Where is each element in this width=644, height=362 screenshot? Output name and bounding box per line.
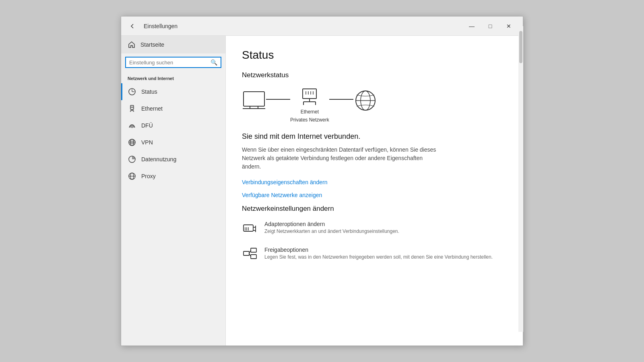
link-verfuegbare-netzwerke[interactable]: Verfügbare Netzwerke anzeigen (242, 192, 507, 198)
change-section-title: Netzwerkeinstellungen ändern (242, 205, 507, 213)
freigabe-desc: Legen Sie fest, was in den Netzwerken fr… (264, 254, 493, 261)
home-label: Startseite (140, 41, 164, 48)
sidebar-item-dfu-label: DFÜ (141, 122, 153, 129)
search-input[interactable] (129, 60, 211, 66)
connected-text: Sie sind mit dem Internet verbunden. (242, 132, 507, 141)
search-icon: 🔍 (211, 59, 217, 66)
scrollbar[interactable] (518, 36, 523, 332)
adapter-optionen-item[interactable]: Adapteroptionen ändern Zeigt Netzwerkkar… (242, 221, 507, 237)
switch-icon (299, 87, 320, 107)
svg-rect-42 (244, 251, 249, 255)
svg-rect-44 (251, 255, 256, 259)
sidebar-item-vpn-label: VPN (141, 139, 153, 146)
info-text: Wenn Sie über einen eingeschränkten Date… (242, 146, 443, 171)
datennutzung-icon (128, 155, 136, 164)
vpn-icon (128, 138, 136, 147)
adapter-icon (242, 221, 258, 237)
sidebar-item-vpn[interactable]: VPN (121, 134, 225, 151)
line-2 (329, 99, 353, 100)
sidebar-section-title: Netzwerk und Internet (121, 71, 225, 83)
back-button[interactable] (126, 20, 139, 33)
adapter-title: Adapteroptionen ändern (264, 221, 399, 227)
network-diagram: Ethernet Privates Netzwerk (242, 87, 507, 123)
window-title: Einstellungen (144, 23, 462, 29)
sidebar: Startseite 🔍 Netzwerk und Internet St (121, 36, 226, 346)
titlebar: Einstellungen — □ ✕ (121, 16, 523, 36)
minimize-button[interactable]: — (462, 20, 481, 33)
sidebar-item-status-label: Status (141, 88, 157, 95)
back-icon (130, 24, 135, 29)
privates-netzwerk-label: Privates Netzwerk (290, 117, 329, 123)
settings-window: Einstellungen — □ ✕ Startseite 🔍 (121, 16, 523, 346)
page-title: Status (242, 49, 507, 62)
sidebar-home[interactable]: Startseite (121, 36, 225, 53)
adapter-desc: Zeigt Netzwerkkarten an und ändert Verbi… (264, 228, 399, 235)
window-controls: — □ ✕ (462, 20, 518, 33)
content-area: Startseite 🔍 Netzwerk und Internet St (121, 36, 523, 346)
sidebar-item-dfu[interactable]: DFÜ (121, 117, 225, 134)
sidebar-item-proxy-label: Proxy (141, 173, 156, 179)
computer-node (242, 91, 266, 119)
internet-node (353, 89, 378, 121)
adapter-item-content: Adapteroptionen ändern Zeigt Netzwerkkar… (264, 221, 399, 235)
link-verbindungseigenschaften[interactable]: Verbindungseigenschaften ändern (242, 179, 507, 185)
svg-rect-23 (303, 89, 316, 99)
ethernet-icon (128, 104, 136, 113)
svg-point-11 (132, 127, 132, 128)
search-box: 🔍 (125, 57, 221, 68)
svg-rect-19 (244, 92, 264, 106)
ethernet-node-label: Ethernet (301, 109, 319, 115)
sidebar-item-proxy[interactable]: Proxy (121, 168, 225, 185)
sidebar-item-datennutzung-label: Datennutzung (141, 156, 176, 162)
line-1 (266, 99, 290, 100)
maximize-button[interactable]: □ (481, 20, 500, 33)
freigabe-title: Freigabeoptionen (264, 247, 493, 253)
network-status-title: Netzwerkstatus (242, 71, 507, 79)
freigabe-icon (242, 247, 258, 263)
freigabe-optionen-item[interactable]: Freigabeoptionen Legen Sie fest, was in … (242, 247, 507, 263)
close-button[interactable]: ✕ (500, 20, 518, 33)
sidebar-item-ethernet[interactable]: Ethernet (121, 100, 225, 117)
scrollbar-thumb[interactable] (519, 36, 522, 63)
home-icon (128, 41, 136, 49)
sidebar-item-datennutzung[interactable]: Datennutzung (121, 151, 225, 168)
ethernet-node: Ethernet Privates Netzwerk (290, 87, 329, 123)
computer-icon (242, 91, 266, 110)
status-icon (128, 87, 136, 96)
dfu-icon (128, 121, 136, 130)
main-content: Status Netzwerkstatus (226, 36, 523, 346)
sidebar-item-status[interactable]: Status (121, 83, 225, 100)
sidebar-item-ethernet-label: Ethernet (141, 105, 163, 112)
svg-rect-43 (251, 248, 256, 252)
freigabe-item-content: Freigabeoptionen Legen Sie fest, was in … (264, 247, 493, 261)
proxy-icon (128, 172, 136, 181)
globe-icon (353, 89, 378, 112)
